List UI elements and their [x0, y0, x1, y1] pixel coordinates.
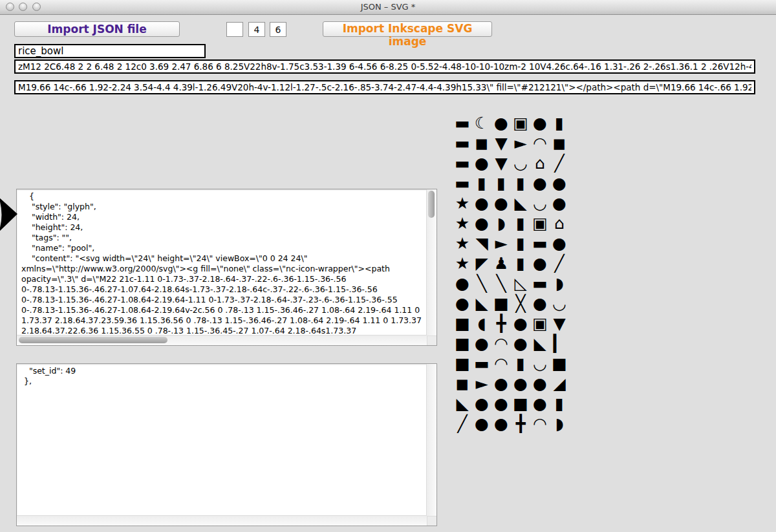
- glyph-cell[interactable]: ●: [453, 293, 472, 314]
- glyph-cell[interactable]: ⌂: [550, 213, 569, 233]
- set-id-editor-vertical-scrollbar[interactable]: [426, 364, 436, 516]
- glyph-cell[interactable]: ▎: [550, 334, 569, 354]
- glyph-cell[interactable]: ▼: [491, 153, 511, 173]
- glyph-cell[interactable]: ★: [453, 253, 472, 273]
- glyph-cell[interactable]: ╋: [491, 314, 511, 334]
- glyph-cell[interactable]: ◖: [472, 314, 491, 334]
- glyph-cell[interactable]: ◢: [550, 374, 569, 394]
- glyph-cell[interactable]: ▮: [491, 173, 511, 193]
- glyph-cell[interactable]: ●: [511, 374, 530, 394]
- glyph-cell[interactable]: ●: [472, 334, 491, 354]
- glyph-cell[interactable]: ▣: [530, 314, 550, 334]
- glyph-cell[interactable]: ◗: [491, 213, 511, 233]
- glyph-cell[interactable]: ►: [511, 133, 530, 153]
- glyph-cell[interactable]: ▮: [511, 233, 530, 253]
- json-editor-vertical-scrollbar-thumb[interactable]: [428, 191, 435, 218]
- glyph-cell[interactable]: ●: [472, 213, 491, 233]
- glyph-cell[interactable]: ■: [453, 334, 472, 354]
- json-editor-horizontal-scrollbar[interactable]: [17, 335, 427, 345]
- glyph-cell[interactable]: ●: [472, 414, 491, 434]
- glyph-cell[interactable]: ╋: [511, 414, 530, 434]
- glyph-cell[interactable]: ◣: [530, 334, 550, 354]
- glyph-cell[interactable]: ╱: [550, 253, 569, 273]
- glyph-cell[interactable]: ◠: [491, 334, 511, 354]
- json-editor-horizontal-scrollbar-thumb[interactable]: [19, 337, 167, 343]
- glyph-cell[interactable]: ►: [491, 233, 511, 253]
- glyph-cell[interactable]: ■: [491, 293, 511, 314]
- glyph-cell[interactable]: ▮: [511, 253, 530, 273]
- import-inkscape-svg-button[interactable]: Import Inkscape SVG image: [323, 21, 492, 37]
- glyph-cell[interactable]: ◡: [550, 293, 569, 314]
- glyph-cell[interactable]: ▣: [511, 113, 530, 133]
- glyph-cell[interactable]: ⌂: [530, 153, 550, 173]
- glyph-cell[interactable]: ╱: [550, 153, 569, 173]
- glyph-cell[interactable]: ◗: [550, 414, 569, 434]
- glyph-cell[interactable]: ★: [453, 193, 472, 213]
- glyph-cell[interactable]: ●: [530, 374, 550, 394]
- glyph-cell[interactable]: ♟: [491, 253, 511, 273]
- glyph-cell[interactable]: ▬: [453, 173, 472, 193]
- glyph-cell[interactable]: ▮: [550, 394, 569, 414]
- glyph-cell[interactable]: ▬: [453, 113, 472, 133]
- glyph-cell[interactable]: ●: [472, 193, 491, 213]
- glyph-cell[interactable]: ╱: [453, 414, 472, 434]
- glyph-cell[interactable]: ▼: [491, 133, 511, 153]
- glyph-cell[interactable]: ◠: [530, 133, 550, 153]
- glyph-cell[interactable]: ◡: [530, 193, 550, 213]
- window-titlebar[interactable]: JSON – SVG *: [0, 0, 776, 15]
- set-id-editor[interactable]: "set_id": 49 },: [16, 363, 437, 526]
- svg-path-input-2[interactable]: [14, 80, 755, 94]
- glyph-cell[interactable]: ◣: [453, 394, 472, 414]
- glyph-cell[interactable]: ◠: [530, 414, 550, 434]
- glyph-cell[interactable]: ◗: [550, 273, 569, 293]
- glyph-cell[interactable]: ◠: [491, 354, 511, 374]
- glyph-cell[interactable]: ●: [530, 293, 550, 314]
- glyph-cell[interactable]: ▮: [511, 213, 530, 233]
- glyph-cell[interactable]: ▬: [530, 273, 550, 293]
- glyph-cell[interactable]: ■: [453, 354, 472, 374]
- glyph-cell[interactable]: ●: [491, 394, 511, 414]
- glyph-cell[interactable]: ●: [530, 113, 550, 133]
- glyph-cell[interactable]: ◼: [472, 133, 491, 153]
- glyph-cell[interactable]: ●: [550, 173, 569, 193]
- glyph-cell[interactable]: ●: [491, 374, 511, 394]
- glyph-cell[interactable]: ◡: [511, 153, 530, 173]
- json-editor-vertical-scrollbar[interactable]: [426, 189, 436, 335]
- glyph-cell[interactable]: ●: [472, 394, 491, 414]
- glyph-cell[interactable]: ◣: [511, 193, 530, 213]
- glyph-cell[interactable]: ●: [491, 193, 511, 213]
- glyph-cell[interactable]: ★: [453, 233, 472, 253]
- glyph-name-input[interactable]: [14, 44, 206, 58]
- glyph-cell[interactable]: ▮: [511, 173, 530, 193]
- size-field-2[interactable]: [248, 22, 265, 37]
- glyph-cell[interactable]: ◣: [472, 293, 491, 314]
- glyph-cell[interactable]: ●: [550, 193, 569, 213]
- svg-path-input-1[interactable]: [14, 59, 755, 74]
- glyph-cell[interactable]: ■: [511, 394, 530, 414]
- glyph-cell[interactable]: ◼: [453, 374, 472, 394]
- glyph-cell[interactable]: ◼: [550, 133, 569, 153]
- glyph-cell[interactable]: ▣: [530, 213, 550, 233]
- glyph-cell[interactable]: ●: [491, 414, 511, 434]
- glyph-cell[interactable]: ▮: [511, 354, 530, 374]
- glyph-cell[interactable]: ◡: [530, 354, 550, 374]
- glyph-cell[interactable]: ●: [491, 113, 511, 133]
- glyph-cell[interactable]: ●: [472, 153, 491, 173]
- glyph-cell[interactable]: ●: [550, 233, 569, 253]
- glyph-cell[interactable]: ◺: [511, 273, 530, 293]
- import-json-button[interactable]: Import JSON file: [14, 21, 180, 37]
- size-field-3[interactable]: [270, 22, 286, 37]
- glyph-cell[interactable]: ►: [472, 374, 491, 394]
- glyph-cell[interactable]: ●: [511, 334, 530, 354]
- glyph-cell[interactable]: ■: [550, 354, 569, 374]
- glyph-cell[interactable]: ▬: [453, 153, 472, 173]
- glyph-cell[interactable]: ▮: [472, 173, 491, 193]
- glyph-cell[interactable]: ╲: [472, 273, 491, 293]
- glyph-cell[interactable]: ★: [453, 213, 472, 233]
- glyph-cell[interactable]: ●: [530, 173, 550, 193]
- glyph-cell[interactable]: ●: [453, 273, 472, 293]
- size-field-1[interactable]: [226, 22, 243, 37]
- set-id-editor-horizontal-scrollbar[interactable]: [17, 515, 427, 526]
- glyph-cell[interactable]: ■: [453, 314, 472, 334]
- glyph-cell[interactable]: ▮: [550, 113, 569, 133]
